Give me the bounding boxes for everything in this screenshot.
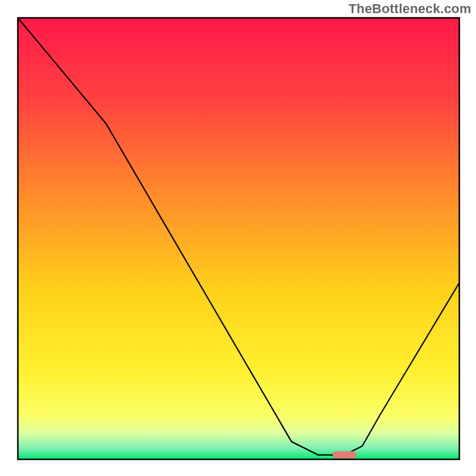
optimal-range-marker xyxy=(333,452,356,459)
bottleneck-chart xyxy=(0,0,476,476)
